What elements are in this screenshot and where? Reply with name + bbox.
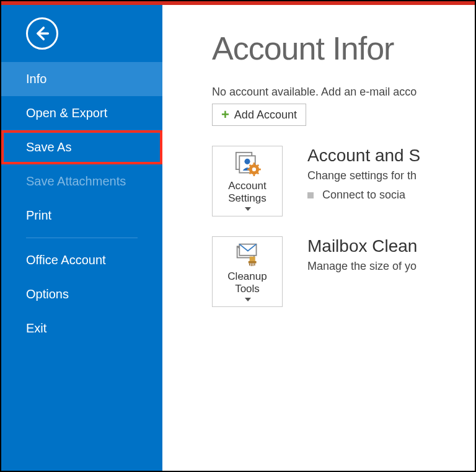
chevron-down-icon: [245, 298, 251, 301]
add-account-button[interactable]: + Add Account: [212, 104, 306, 126]
tile-label-text: Cleanup Tools: [215, 270, 280, 296]
plus-icon: +: [221, 108, 229, 122]
nav-print[interactable]: Print: [1, 198, 162, 233]
section-cleanup: Cleanup Tools Mailbox Clean Manage the s…: [212, 236, 475, 307]
cleanup-tools-icon: [234, 242, 261, 267]
svg-rect-17: [249, 261, 257, 264]
cleanup-tools-tile[interactable]: Cleanup Tools: [212, 236, 283, 307]
account-settings-title: Account and S: [307, 146, 475, 166]
backstage-sidebar: Info Open & Export Save As Save Attachme…: [1, 5, 162, 471]
svg-point-3: [244, 158, 250, 164]
nav-info[interactable]: Info: [1, 62, 162, 96]
add-account-label: Add Account: [234, 109, 297, 122]
nav-label: Save As: [26, 140, 71, 154]
square-bullet-icon: [307, 192, 314, 198]
no-account-text: No account available. Add an e-mail acco: [212, 86, 475, 99]
nav-label: Exit: [26, 321, 46, 335]
svg-line-10: [250, 164, 251, 166]
svg-line-12: [250, 172, 251, 174]
nav-open-export[interactable]: Open & Export: [1, 96, 162, 130]
nav-label: Open & Export: [26, 106, 107, 120]
chevron-down-icon: [245, 207, 251, 211]
nav-label: Print: [26, 208, 51, 222]
section-account-settings: Account Settings Account and S Change se…: [212, 146, 475, 216]
nav-separator: [26, 238, 138, 238]
tile-label-text: Account Settings: [215, 180, 280, 205]
bullet-text: Connect to socia: [322, 189, 405, 202]
account-settings-icon: [234, 151, 261, 176]
nav-exit[interactable]: Exit: [1, 311, 162, 345]
connect-social-link[interactable]: Connect to socia: [307, 189, 475, 202]
cleanup-title: Mailbox Clean: [307, 236, 475, 256]
page-title: Account Infor: [212, 30, 475, 67]
nav-label: Save Attachments: [26, 174, 126, 188]
main-panel: Account Infor No account available. Add …: [162, 5, 475, 471]
nav-label: Options: [26, 287, 69, 301]
svg-line-11: [257, 172, 258, 174]
nav-options[interactable]: Options: [1, 277, 162, 311]
nav-label: Office Account: [26, 253, 106, 267]
svg-point-5: [252, 167, 256, 171]
nav-save-as[interactable]: Save As: [1, 130, 162, 164]
account-settings-desc: Change settings for th: [307, 169, 475, 182]
svg-line-13: [257, 164, 258, 166]
nav-office-account[interactable]: Office Account: [1, 243, 162, 277]
back-button[interactable]: [26, 17, 58, 50]
nav-save-attachments: Save Attachments: [1, 164, 162, 198]
cleanup-desc: Manage the size of yo: [307, 260, 475, 273]
arrow-left-icon: [33, 25, 51, 42]
nav-label: Info: [26, 72, 46, 86]
svg-rect-16: [250, 256, 255, 260]
account-settings-tile[interactable]: Account Settings: [212, 146, 283, 216]
